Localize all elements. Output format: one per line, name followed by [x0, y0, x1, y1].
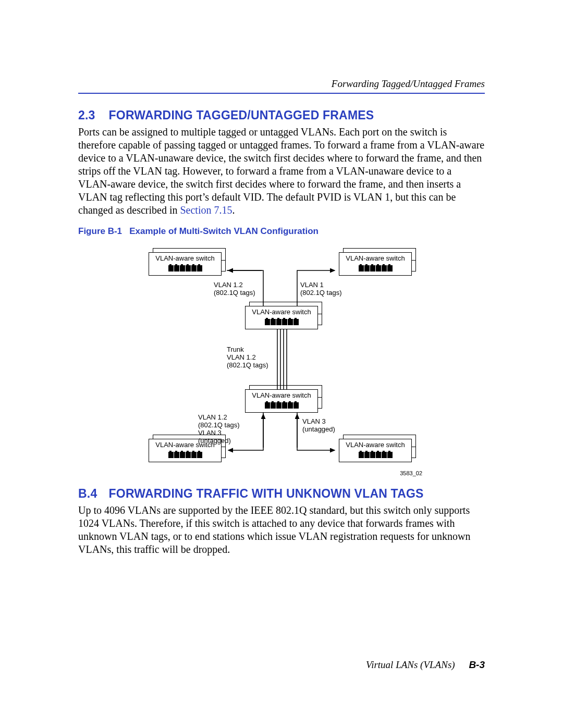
section-number: B.4 [78, 487, 105, 501]
page: Forwarding Tagged/Untagged Frames 2.3 FO… [0, 0, 563, 728]
figure-b1-caption: Figure B-1 Example of Multi-Switch VLAN … [78, 226, 485, 237]
section-b4-body: Up to 4096 VLANs are supported by the IE… [78, 504, 485, 556]
body-text-b: . [232, 204, 235, 216]
section-number: 2.3 [78, 108, 105, 122]
section-b4-heading: B.4 FORWARDING TRAFFIC WITH UNKNOWN VLAN… [78, 487, 485, 501]
figure-label: Figure B-1 [78, 226, 122, 236]
label-trunk: TrunkVLAN 1.2(802.1Q tags) [227, 346, 268, 369]
switch-label: VLAN-aware switch [245, 306, 318, 318]
label-top-left: VLAN 1.2(802.1Q tags) [214, 281, 255, 297]
figure-b1: VLAN-aware switch VLAN-aware switch VLAN… [141, 242, 422, 476]
section-2-3-heading: 2.3 FORWARDING TAGGED/UNTAGGED FRAMES [78, 108, 485, 122]
switch-lower-center: VLAN-aware switch [245, 389, 318, 412]
figure-id: 3583_02 [400, 470, 422, 476]
footer-page-number: B-3 [469, 659, 485, 670]
switch-center: VLAN-aware switch [245, 306, 318, 329]
section-title: FORWARDING TAGGED/UNTAGGED FRAMES [109, 108, 374, 122]
switch-label: VLAN-aware switch [245, 389, 318, 402]
body-text-a: Ports can be assigned to multiple tagged… [78, 126, 484, 216]
running-header: Forwarding Tagged/Untagged Frames [78, 78, 485, 90]
switch-top-left: VLAN-aware switch [149, 252, 222, 275]
figure-title: Example of Multi-Switch VLAN Configurati… [129, 226, 319, 236]
switch-bottom-right: VLAN-aware switch [339, 439, 412, 462]
label-top-right: VLAN 1(802.1Q tags) [300, 281, 342, 297]
label-bottom-right: VLAN 3(untagged) [302, 418, 335, 434]
footer-book-title: Virtual LANs (VLANs) [366, 659, 455, 670]
section-title: FORWARDING TRAFFIC WITH UNKNOWN VLAN TAG… [109, 487, 424, 500]
section-2-3-body: Ports can be assigned to multiple tagged… [78, 126, 485, 217]
label-bottom-left: VLAN 1.2(802.1Q tags)VLAN 3(untagged) [198, 414, 240, 445]
switch-label: VLAN-aware switch [339, 252, 412, 265]
switch-label: VLAN-aware switch [149, 252, 222, 265]
page-footer: Virtual LANs (VLANs) B-3 [366, 659, 485, 671]
section-7-15-link[interactable]: Section 7.15 [180, 204, 232, 216]
header-rule [78, 93, 485, 94]
switch-label: VLAN-aware switch [339, 439, 412, 451]
switch-top-right: VLAN-aware switch [339, 252, 412, 275]
